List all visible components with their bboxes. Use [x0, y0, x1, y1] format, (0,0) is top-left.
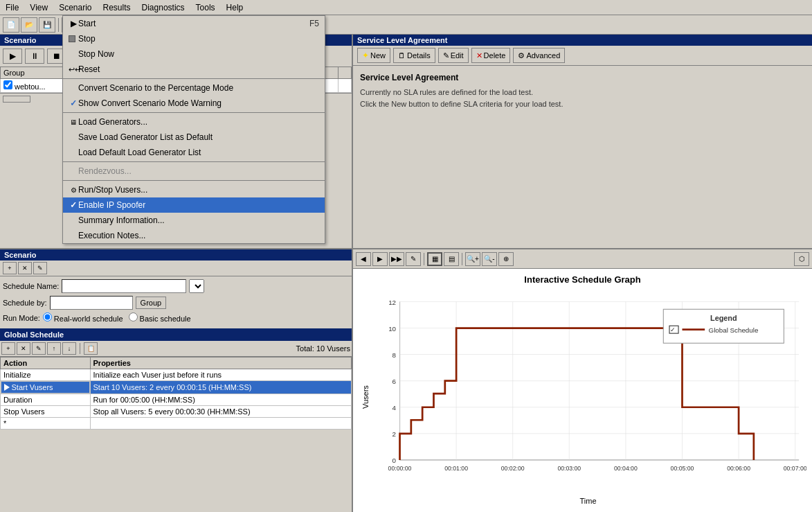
menu-summary-label: Summary Information... — [78, 215, 165, 225]
graph-btn-1[interactable]: ◀ — [356, 252, 371, 266]
menu-item-stop-now[interactable]: Stop Now — [63, 46, 325, 62]
scroll-thumb[interactable] — [3, 96, 30, 103]
menu-sep-1 — [63, 78, 325, 79]
graph-zoom-out[interactable]: 🔍- — [482, 252, 497, 266]
scenario-bottom-title-text: Scenario — [4, 251, 36, 259]
new-btn[interactable]: 📄 — [3, 17, 19, 33]
menu-item-load-gen[interactable]: 🖥 Load Generators... — [63, 114, 325, 130]
gs-btn-5[interactable]: ↓ — [62, 342, 76, 355]
svg-text:00:00:00: 00:00:00 — [388, 465, 412, 472]
run-button[interactable]: ▶ — [3, 48, 22, 64]
right-panel: Service Level Agreement ✦ New 🗒 Details … — [353, 35, 812, 512]
menubar: File View Scenario Results Diagnostics T… — [0, 0, 812, 15]
legend-label-text: Global Schedule — [709, 326, 759, 334]
menu-item-run-stop-vusers[interactable]: ⚙ Run/Stop Vusers... — [63, 182, 325, 197]
menu-view[interactable]: View — [24, 1, 53, 14]
show-warning-check: ✓ — [69, 98, 78, 108]
schedule-name-row: Schedule Name: — [3, 279, 349, 293]
graph-btn-5[interactable]: ▦ — [427, 252, 442, 266]
sla-new-btn[interactable]: ✦ New — [357, 48, 390, 63]
real-world-option[interactable]: Real-world schedule — [43, 312, 123, 323]
schedule-section: Schedule Name: Schedule by: Group Run Mo… — [0, 276, 352, 328]
menu-load-default-label: Load Default Load Generator List — [78, 148, 201, 157]
svg-text:00:01:00: 00:01:00 — [444, 465, 468, 472]
graph-btn-2[interactable]: ▶ — [372, 252, 388, 266]
sla-details-btn[interactable]: 🗒 Details — [393, 48, 435, 63]
menu-item-rendezvous[interactable]: Rendezvous... — [63, 164, 325, 179]
menu-run-stop-label: Run/Stop Vusers... — [78, 185, 147, 195]
run-mode-options: Real-world schedule Basic schedule — [43, 312, 191, 323]
graph-area: Vusers — [359, 288, 806, 506]
scenario-top-title-text: Scenario — [4, 36, 36, 44]
menu-item-summary[interactable]: Summary Information... — [63, 213, 325, 228]
gs-row-stop-vusers[interactable]: Stop Vusers Stop all Vusers: 5 every 00:… — [1, 406, 352, 418]
graph-btn-3[interactable]: ▶▶ — [389, 252, 404, 266]
menu-diagnostics[interactable]: Diagnostics — [136, 1, 190, 14]
sla-advanced-label: Advanced — [526, 51, 560, 60]
group-button[interactable]: Group — [136, 297, 167, 309]
menu-file[interactable]: File — [0, 1, 24, 14]
save-btn[interactable]: 💾 — [39, 17, 55, 33]
gs-row-initialize[interactable]: Initialize Initialize each Vuser just be… — [1, 369, 352, 381]
menu-scenario[interactable]: Scenario — [53, 1, 97, 14]
menu-start-label: Start — [78, 19, 96, 28]
sla-delete-btn[interactable]: ✕ Delete — [471, 48, 511, 63]
menu-help[interactable]: Help — [221, 1, 249, 14]
graph-content: Interactive Schedule Graph Vusers — [353, 269, 812, 512]
graph-svg: 0 2 4 6 8 10 12 00:00:00 00:01:00 00:0 — [370, 288, 806, 497]
group-checkbox[interactable] — [3, 80, 12, 89]
svg-text:0: 0 — [393, 457, 397, 464]
schedule-name-label: Schedule Name: — [3, 282, 59, 290]
menu-item-exec-notes[interactable]: Execution Notes... — [63, 228, 325, 243]
add-sched-btn[interactable]: + — [3, 262, 17, 274]
graph-zoom-fit[interactable]: ⊕ — [498, 252, 514, 266]
gs-props-new — [90, 418, 351, 430]
graph-zoom-in[interactable]: 🔍+ — [465, 252, 480, 266]
gs-btn-3[interactable]: ✎ — [32, 342, 46, 355]
menu-item-load-default[interactable]: Load Default Load Generator List — [63, 145, 325, 160]
gs-row-new[interactable]: * — [1, 418, 352, 430]
pause-button[interactable]: ⏸ — [25, 48, 44, 64]
y-axis-label: Vusers — [359, 288, 370, 506]
cell-extra — [338, 79, 351, 93]
gs-row-duration[interactable]: Duration Run for 00:05:00 (HH:MM:SS) — [1, 394, 352, 406]
sla-title-bar: Service Level Agreement — [353, 35, 812, 46]
run-stop-icon: ⚙ — [69, 186, 78, 194]
gs-btn-1[interactable]: + — [1, 342, 15, 355]
menu-item-reset[interactable]: ↩↩ Reset — [63, 62, 325, 77]
gs-btn-2[interactable]: ✕ — [17, 342, 30, 355]
schedule-name-input[interactable] — [62, 279, 186, 293]
menu-tools[interactable]: Tools — [190, 1, 221, 14]
gs-action-start: Start Vusers — [1, 381, 90, 394]
scenario-dropdown-menu: ▶ Start F5 Stop Stop Now ↩↩ Reset Conver… — [62, 15, 325, 244]
menu-item-ip-spoofer[interactable]: ✓ Enable IP Spoofer — [63, 197, 325, 213]
menu-item-save-loadgen[interactable]: Save Load Generator List as Default — [63, 130, 325, 145]
gs-btn-copy[interactable]: 📋 — [84, 342, 98, 355]
menu-item-start[interactable]: ▶ Start F5 — [63, 16, 325, 31]
schedule-dropdown[interactable] — [189, 279, 204, 293]
open-btn[interactable]: 📂 — [21, 17, 37, 33]
toolbar-sep-1 — [58, 18, 59, 32]
menu-item-stop[interactable]: Stop — [63, 31, 325, 46]
menu-sep-4 — [63, 180, 325, 181]
delete-sched-btn[interactable]: ✕ — [18, 262, 32, 274]
graph-btn-6[interactable]: ▤ — [444, 252, 459, 266]
schedule-by-input[interactable] — [50, 296, 133, 310]
gs-row-start-vusers[interactable]: Start Vusers Start 10 Vusers: 2 every 00… — [1, 381, 352, 394]
row-play-icon — [4, 384, 10, 391]
col-extra — [338, 67, 351, 79]
svg-text:6: 6 — [393, 378, 397, 385]
basic-schedule-option[interactable]: Basic schedule — [129, 312, 191, 323]
graph-expand-btn[interactable]: ⬡ — [794, 252, 809, 266]
gs-total: Total: 10 Vusers — [296, 344, 350, 353]
schedule-by-row: Schedule by: Group — [3, 296, 349, 310]
gs-btn-4[interactable]: ↑ — [47, 342, 61, 355]
menu-item-show-warning[interactable]: ✓ Show Convert Scenario Mode Warning — [63, 96, 325, 111]
graph-btn-4[interactable]: ✎ — [406, 252, 421, 266]
edit-sched-btn[interactable]: ✎ — [33, 262, 47, 274]
sla-content-line2: Click the New button to define SLA crite… — [360, 98, 805, 110]
sla-advanced-btn[interactable]: ⚙ Advanced — [513, 48, 565, 63]
menu-item-convert[interactable]: Convert Scenario to the Percentage Mode — [63, 80, 325, 96]
menu-results[interactable]: Results — [98, 1, 136, 14]
sla-edit-btn[interactable]: ✎ Edit — [438, 48, 469, 63]
